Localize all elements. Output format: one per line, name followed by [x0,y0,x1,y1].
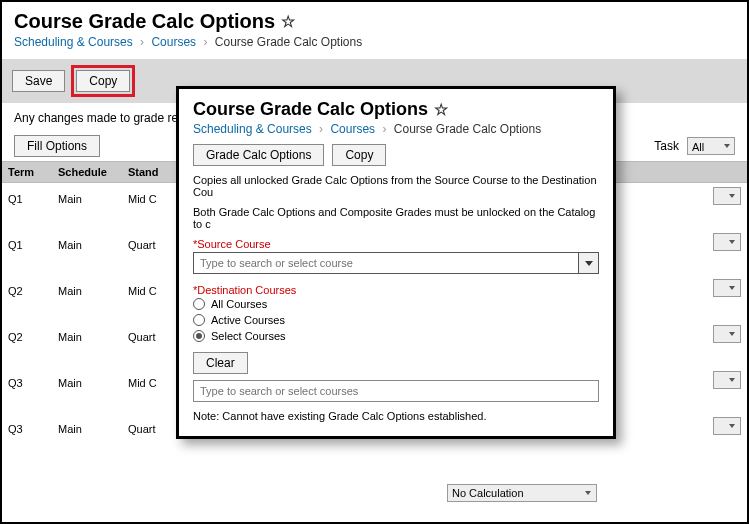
cell-schedule: Main [52,321,122,347]
cell-term: Q3 [2,367,52,393]
radio-all-courses[interactable] [193,298,205,310]
row-select[interactable] [713,233,741,251]
copy-button[interactable]: Copy [76,70,130,92]
star-icon[interactable]: ☆ [281,12,295,31]
cell-schedule: Main [52,229,122,255]
breadcrumb: Scheduling & Courses › Courses › Course … [14,35,735,49]
row-select[interactable] [713,417,741,435]
row-select[interactable] [713,371,741,389]
breadcrumb-current: Course Grade Calc Options [394,122,541,136]
page-title-text: Course Grade Calc Options [14,10,275,33]
col-term: Term [2,162,52,182]
modal-breadcrumb: Scheduling & Courses › Courses › Course … [193,122,599,136]
chevron-down-icon[interactable] [578,253,598,273]
modal-desc2: Both Grade Calc Options and Composite Gr… [193,206,599,230]
radio-all-label: All Courses [211,298,267,310]
modal-desc1: Copies all unlocked Grade Calc Options f… [193,174,599,198]
task-label: Task [654,139,679,153]
chevron-right-icon: › [203,35,207,49]
cell-term: Q1 [2,183,52,209]
breadcrumb-l1[interactable]: Scheduling & Courses [14,35,133,49]
cell-term: Q1 [2,229,52,255]
page-title: Course Grade Calc Options ☆ [14,10,735,33]
breadcrumb-l1[interactable]: Scheduling & Courses [193,122,312,136]
source-course-input[interactable] [200,257,578,269]
row-select[interactable] [713,325,741,343]
chevron-right-icon: › [140,35,144,49]
source-course-label: *Source Course [193,238,599,250]
row-select[interactable] [713,279,741,297]
modal-note: Note: Cannot have existing Grade Calc Op… [193,410,599,422]
save-button[interactable]: Save [12,70,65,92]
breadcrumb-l2[interactable]: Courses [330,122,375,136]
modal-title-text: Course Grade Calc Options [193,99,428,120]
calculation-value: No Calculation [452,487,524,499]
modal-title: Course Grade Calc Options ☆ [193,99,599,120]
copy-highlight: Copy [71,65,135,97]
cell-schedule: Main [52,413,122,439]
clear-button[interactable]: Clear [193,352,248,374]
cell-term: Q3 [2,413,52,439]
star-icon[interactable]: ☆ [434,100,448,119]
task-select-value: All [692,141,704,153]
breadcrumb-l2[interactable]: Courses [151,35,196,49]
fill-options-button[interactable]: Fill Options [14,135,100,157]
breadcrumb-current: Course Grade Calc Options [215,35,362,49]
task-select[interactable]: All [687,137,735,155]
cell-schedule: Main [52,367,122,393]
destination-search-input[interactable] [200,385,592,397]
cell-term: Q2 [2,321,52,347]
chevron-right-icon: › [319,122,323,136]
cell-schedule: Main [52,275,122,301]
source-course-combo[interactable] [193,252,599,274]
col-schedule: Schedule [52,162,122,182]
cell-term: Q2 [2,275,52,301]
radio-active-courses[interactable] [193,314,205,326]
row-select[interactable] [713,187,741,205]
destination-courses-label: *Destination Courses [193,284,599,296]
cell-schedule: Main [52,183,122,209]
modal-copy-button[interactable]: Copy [332,144,386,166]
grade-calc-options-button[interactable]: Grade Calc Options [193,144,324,166]
calculation-select[interactable]: No Calculation [447,484,597,502]
chevron-right-icon: › [382,122,386,136]
destination-search[interactable] [193,380,599,402]
radio-active-label: Active Courses [211,314,285,326]
copy-modal: Course Grade Calc Options ☆ Scheduling &… [176,86,616,439]
radio-select-courses[interactable] [193,330,205,342]
radio-select-label: Select Courses [211,330,286,342]
